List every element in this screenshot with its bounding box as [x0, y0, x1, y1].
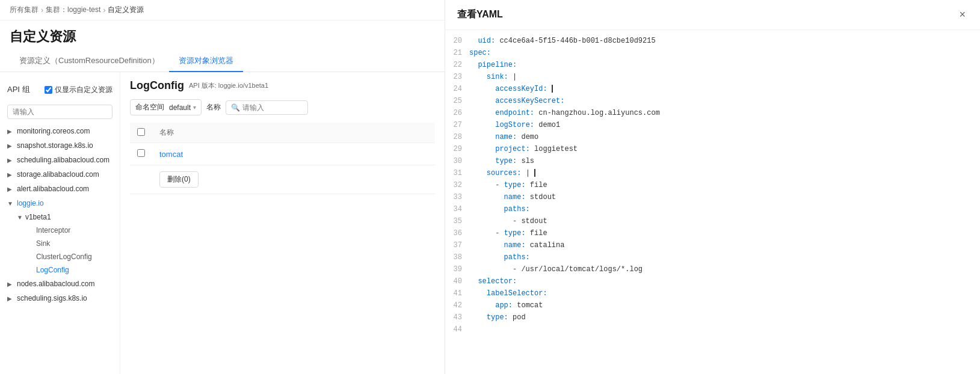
yaml-line: 38 paths:	[445, 251, 980, 263]
yaml-line: 27 logStore: demo1	[445, 119, 980, 131]
line-number: 30	[445, 156, 469, 167]
page-title: 自定义资源	[0, 20, 445, 51]
left-panel: 所有集群 › 集群：loggie-test › 自定义资源 自定义资源 资源定义…	[0, 0, 445, 374]
sidebar-item-label: storage.alibabacloud.com	[17, 170, 99, 179]
sidebar-item-interceptor[interactable]: Interceptor	[0, 224, 120, 237]
row-name[interactable]: tomcat	[152, 143, 435, 165]
breadcrumb-cluster[interactable]: 集群：loggie-test	[46, 5, 100, 15]
sidebar-search	[0, 100, 120, 124]
line-content: type: pod	[469, 312, 980, 323]
tab-crd[interactable]: 资源定义（CustomResourceDefinition）	[10, 51, 169, 72]
yaml-line: 26 endpoint: cn-hangzhou.log.aliyuncs.co…	[445, 107, 980, 119]
line-content: - type: file	[469, 180, 980, 191]
yaml-line: 30 type: sls	[445, 155, 980, 167]
sidebar-item-label: scheduling.sigs.k8s.io	[17, 294, 87, 302]
sidebar-item-monitoring[interactable]: ▶ monitoring.coreos.com	[0, 124, 120, 138]
sidebar-item-nodes[interactable]: ▶ nodes.alibabacloud.com	[0, 277, 120, 291]
select-all-checkbox[interactable]	[137, 128, 145, 136]
yaml-line: 20 uid: cc4ce6a4-5f15-446b-b001-d8cbe10d…	[445, 35, 980, 47]
sidebar-item-label: ClusterLogConfig	[36, 253, 92, 261]
sidebar-item-snapshot[interactable]: ▶ snapshot.storage.k8s.io	[0, 138, 120, 153]
breadcrumb-sep-1: ›	[41, 6, 43, 14]
line-number: 36	[445, 228, 469, 239]
breadcrumb-all-clusters[interactable]: 所有集群	[10, 5, 39, 15]
yaml-line: 40 selector:	[445, 275, 980, 287]
line-content: app: tomcat	[469, 300, 980, 311]
line-content: name: catalina	[469, 240, 980, 251]
line-number: 40	[445, 276, 469, 287]
sidebar-item-storage[interactable]: ▶ storage.alibabacloud.com	[0, 167, 120, 182]
table-header-checkbox	[130, 123, 152, 143]
yaml-line: 43 type: pod	[445, 311, 980, 323]
sidebar-item-sink[interactable]: Sink	[0, 237, 120, 250]
arrow-icon: ▼	[7, 200, 14, 207]
line-content: sink: |	[469, 72, 980, 82]
line-number: 25	[445, 96, 469, 106]
line-content: pipeline:	[469, 60, 980, 70]
line-number: 32	[445, 180, 469, 191]
line-content: endpoint: cn-hangzhou.log.aliyuncs.com	[469, 108, 980, 118]
row-checkbox-cell	[130, 143, 152, 165]
name-search-wrapper: 🔍	[226, 100, 308, 115]
sidebar-item-logconfig[interactable]: LogConfig	[0, 263, 120, 277]
line-content: accessKeyId:	[469, 84, 980, 94]
line-content: - stdout	[469, 216, 980, 227]
sidebar-item-scheduling-sigs[interactable]: ▶ scheduling.sigs.k8s.io	[0, 291, 120, 305]
line-number: 42	[445, 300, 469, 311]
tab-resource-browser[interactable]: 资源对象浏览器	[169, 51, 243, 72]
arrow-icon: ▶	[7, 128, 14, 135]
namespace-select[interactable]: 命名空间 default ▾	[130, 99, 202, 115]
api-version-badge: API 版本: loggie.io/v1beta1	[189, 81, 268, 90]
line-number: 27	[445, 120, 469, 130]
row-checkbox[interactable]	[137, 149, 145, 157]
yaml-line: 25 accessKeySecret:	[445, 95, 980, 107]
yaml-line: 31 sources: |	[445, 167, 980, 179]
yaml-line: 35 - stdout	[445, 215, 980, 227]
yaml-content[interactable]: 20 uid: cc4ce6a4-5f15-446b-b001-d8cbe10d…	[445, 30, 980, 374]
line-number: 38	[445, 252, 469, 263]
sidebar-item-label: Sink	[36, 239, 50, 248]
name-search-input[interactable]	[242, 103, 303, 112]
resource-header: LogConfig API 版本: loggie.io/v1beta1	[130, 79, 435, 92]
sidebar: API 组 仅显示自定义资源 ▶ monitoring.coreos.com ▶…	[0, 72, 120, 374]
filter-label: 仅显示自定义资源	[55, 85, 112, 95]
line-content: - /usr/local/tomcat/logs/*.log	[469, 264, 980, 275]
sidebar-item-label: scheduling.alibabacloud.com	[17, 156, 109, 164]
line-content: labelSelector:	[469, 288, 980, 299]
line-number: 39	[445, 264, 469, 275]
yaml-title: 查看YAML	[457, 8, 503, 21]
yaml-viewer-panel: 查看YAML × 20 uid: cc4ce6a4-5f15-446b-b001…	[445, 0, 980, 374]
resource-table: 名称 tomcat 删除(0)	[130, 123, 435, 194]
arrow-icon: ▶	[7, 171, 14, 178]
line-content: selector:	[469, 276, 980, 287]
name-label: 名称	[206, 102, 221, 112]
sidebar-item-scheduling-alibaba[interactable]: ▶ scheduling.alibabacloud.com	[0, 153, 120, 167]
yaml-line: 23 sink: |	[445, 71, 980, 83]
filter-checkbox[interactable]	[45, 86, 52, 94]
line-number: 33	[445, 192, 469, 203]
arrow-icon: ▶	[7, 281, 14, 287]
yaml-line: 28 name: demo	[445, 131, 980, 143]
delete-row: 删除(0)	[130, 165, 435, 194]
arrow-icon: ▶	[7, 143, 14, 149]
sidebar-item-clusterlogconfig[interactable]: ClusterLogConfig	[0, 250, 120, 263]
line-content: type: sls	[469, 156, 980, 167]
line-number: 29	[445, 144, 469, 155]
line-number: 35	[445, 216, 469, 227]
close-button[interactable]: ×	[957, 8, 968, 21]
line-number: 24	[445, 84, 469, 94]
line-content: sources: |	[469, 168, 980, 179]
line-content: - type: file	[469, 228, 980, 239]
chevron-down-icon: ▾	[193, 104, 196, 111]
line-content: accessKeySecret:	[469, 96, 980, 106]
table-row: tomcat	[130, 143, 435, 165]
sidebar-search-input[interactable]	[7, 105, 112, 119]
delete-button[interactable]: 删除(0)	[159, 171, 199, 188]
line-content: name: stdout	[469, 192, 980, 203]
delete-cell-btn: 删除(0)	[152, 165, 435, 194]
yaml-line: 44	[445, 323, 980, 336]
filter-checkbox-label[interactable]: 仅显示自定义资源	[45, 85, 112, 95]
sidebar-item-v1beta1[interactable]: ▼ v1beta1	[0, 210, 120, 224]
sidebar-item-alert[interactable]: ▶ alert.alibabacloud.com	[0, 182, 120, 196]
sidebar-item-loggie[interactable]: ▼ loggie.io	[0, 196, 120, 210]
